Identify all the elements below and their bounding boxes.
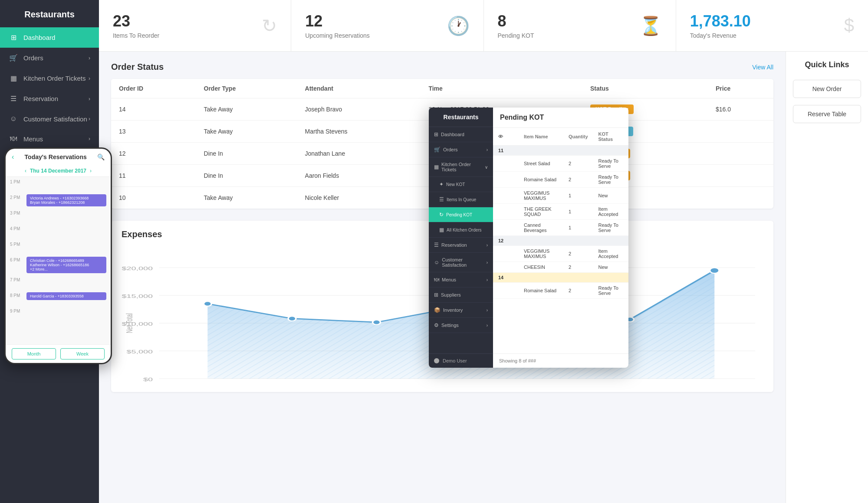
suppliers-icon: ⊞	[434, 292, 438, 298]
reservation-event[interactable]: Harold Garcia - +18303393558	[26, 292, 106, 300]
reservation-event[interactable]: Victoria Andrews - +16302393668Bryan Mor…	[26, 194, 106, 206]
kot-sidebar: Restaurants ⊞ Dashboard 🛒 Orders › ▦ Kit…	[429, 108, 493, 368]
all-kitchen-icon: ▦	[439, 227, 444, 233]
order-price: $16.0	[708, 98, 773, 121]
eye-col	[493, 262, 508, 273]
chevron-icon: ›	[487, 147, 488, 152]
settings-icon: ⚙	[434, 322, 439, 328]
item-qty: 2	[563, 246, 593, 262]
eye-col	[493, 204, 508, 220]
kot-menu-items-queue[interactable]: ☰ Items In Queue	[429, 192, 493, 207]
kot-menu-menus[interactable]: 🍽 Menus ›	[429, 272, 493, 287]
eye-col	[493, 188, 508, 204]
sidebar-item-menus[interactable]: 🍽 Menus ›	[0, 129, 99, 149]
reserve-table-button[interactable]: Reserve Table	[793, 105, 861, 123]
kot-menu-label: Menus	[442, 277, 456, 282]
order-status-title: Order Status	[111, 62, 164, 72]
back-button[interactable]: ‹	[12, 153, 14, 161]
col-quantity: Quantity	[563, 128, 593, 146]
eye-col	[493, 283, 508, 299]
sidebar-item-customer-satisfaction[interactable]: ☺ Customer Satisfaction ›	[0, 109, 99, 129]
new-kot-icon: ✦	[439, 181, 444, 187]
kot-item-row: Romaine Salad 2 Ready To Serve	[493, 283, 628, 299]
kot-menu-suppliers[interactable]: ⊞ Suppliers	[429, 287, 493, 303]
svg-text:$0: $0	[143, 376, 153, 382]
sidebar-item-dashboard[interactable]: ⊞ Dashboard	[0, 27, 99, 48]
kot-menu-orders[interactable]: 🛒 Orders ›	[429, 142, 493, 157]
hourglass-icon: ⏳	[639, 15, 662, 36]
reservation-icon: ☰	[9, 95, 18, 103]
chevron-right-icon: ›	[89, 136, 90, 142]
sidebar-item-reservation[interactable]: ☰ Reservation ›	[0, 88, 99, 109]
time-label: 4 PM	[10, 225, 24, 231]
item-status: Item Accepted	[593, 204, 628, 220]
refresh-icon: ↻	[262, 15, 277, 36]
sidebar-item-label: Orders	[23, 54, 43, 62]
search-icon[interactable]: 🔍	[97, 154, 105, 160]
item-qty: 1	[563, 188, 593, 204]
stats-row: 23 Items To Reorder ↻ 12 Upcoming Reserv…	[99, 0, 868, 52]
svg-point-14	[204, 301, 211, 306]
col-price: Price	[708, 79, 773, 98]
kot-item-row: VEGGIMUS MAXIMUS 2 Item Accepted	[493, 246, 628, 262]
prev-date-button[interactable]: ‹	[25, 168, 26, 174]
item-status: New	[593, 262, 628, 273]
kot-menu-kot[interactable]: ▦ Kitchen Order Tickets ∨	[429, 157, 493, 177]
stat-reorder: 23 Items To Reorder ↻	[99, 0, 291, 51]
kot-icon: ▦	[9, 74, 18, 82]
item-qty: 1	[563, 204, 593, 220]
week-tab[interactable]: Week	[60, 348, 105, 359]
next-date-button[interactable]: ›	[90, 168, 92, 174]
new-order-button[interactable]: New Order	[793, 80, 861, 98]
reservation-icon: ☰	[434, 242, 439, 248]
item-name: Canned Beverages	[519, 220, 563, 236]
sidebar-item-label: Reservation	[23, 95, 58, 102]
kot-menu-label: All Kitchen Orders	[447, 228, 482, 232]
kot-menu-dashboard[interactable]: ⊞ Dashboard	[429, 127, 493, 142]
order-type: Dine In	[196, 165, 297, 187]
orders-icon: 🛒	[434, 147, 441, 153]
kot-menu-label: Settings	[441, 323, 459, 328]
item-status: Ready To Serve	[593, 283, 628, 299]
attendant: Nicole Keller	[297, 187, 421, 209]
kot-menu-customer-sat[interactable]: ☺ Customer Satisfaction ›	[429, 253, 493, 272]
kot-user-row: Demo User	[429, 353, 493, 368]
order-status-header: Order Status View All	[111, 62, 773, 72]
col-order-id: Order ID	[111, 79, 196, 98]
kot-menu-label: Kitchen Order Tickets	[441, 162, 485, 172]
reservation-event[interactable]: Christian Cole - +16268665489Katherine W…	[26, 257, 106, 273]
dashboard-icon: ⊞	[434, 131, 438, 137]
stat-label-reorder: Items To Reorder	[113, 32, 255, 39]
sidebar-item-label: Menus	[23, 135, 43, 143]
chevron-right-icon: ›	[89, 55, 90, 61]
stat-revenue: 1,783.10 Today's Revenue $	[676, 0, 868, 51]
chevron-icon: ›	[487, 243, 488, 248]
order-type: Take Away	[196, 98, 297, 121]
order-type: Take Away	[196, 187, 297, 209]
sidebar-item-kot[interactable]: ▦ Kitchen Order Tickets ›	[0, 68, 99, 88]
eye-col	[493, 246, 508, 262]
chevron-icon: ›	[487, 308, 488, 313]
kot-menu-reservation[interactable]: ☰ Reservation ›	[429, 238, 493, 253]
kot-menu-pending-kot[interactable]: ↻ Pending KOT	[429, 207, 493, 222]
stat-label-kot: Pending KOT	[498, 32, 632, 39]
time-slot: 2 PMVictoria Andrews - +16302393668Bryan…	[6, 193, 111, 208]
check-col	[508, 246, 519, 262]
kot-menu-all-kitchen[interactable]: ▦ All Kitchen Orders	[429, 222, 493, 238]
stat-label-revenue: Today's Revenue	[690, 32, 837, 39]
time-label: 7 PM	[10, 277, 24, 282]
kot-group-row: 12	[493, 236, 628, 246]
view-all-link[interactable]: View All	[752, 64, 773, 71]
kot-menu-new-kot[interactable]: ✦ New KOT	[429, 177, 493, 192]
col-attendant: Attendant	[297, 79, 421, 98]
chevron-icon: ›	[487, 278, 488, 282]
user-avatar	[434, 358, 439, 363]
phone-date-bar: ‹ Thu 14 December 2017 ›	[6, 165, 111, 177]
order-id: 10	[111, 187, 196, 209]
kot-item-row: THE GREEK SQUAD 1 Item Accepted	[493, 204, 628, 220]
kot-menu-inventory[interactable]: 📦 Inventory ›	[429, 303, 493, 318]
kot-menu-settings[interactable]: ⚙ Settings ›	[429, 318, 493, 333]
kot-item-row: Romaine Salad 2 Ready To Serve	[493, 172, 628, 188]
month-tab[interactable]: Month	[12, 348, 56, 359]
sidebar-item-orders[interactable]: 🛒 Orders ›	[0, 48, 99, 68]
